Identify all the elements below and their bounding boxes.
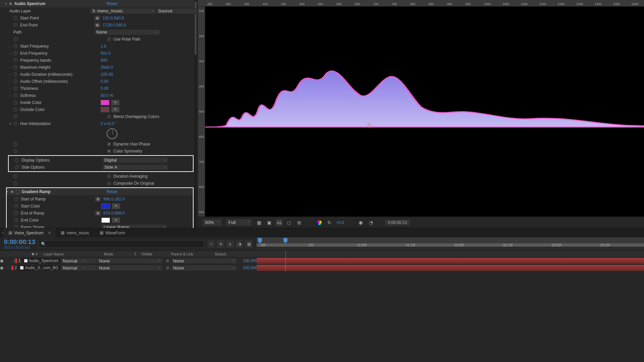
show-snapshot-icon[interactable]: ◔ [368,219,374,226]
start-freq-value[interactable]: 1.0 [101,44,106,49]
stopwatch-icon[interactable] [14,218,18,222]
transparency-grid-icon[interactable]: ▦ [256,219,262,226]
hue-dial[interactable] [107,128,117,139]
time-ruler[interactable]: :00f15f01:00f01:15f02:00f02:15f03:00f03:… [257,237,644,247]
layer-row[interactable]: ◉›1Audio_Spectrum⊘100.0% [0,257,257,264]
roi-icon[interactable]: ▣ [266,219,272,226]
layer-name[interactable]: Audio_S...rum_BG [18,265,60,270]
fx-box-icon[interactable] [16,190,20,194]
work-area-bar[interactable] [257,243,644,247]
comp-tab[interactable]: menu_music [56,228,95,238]
end-color-swatch[interactable] [101,218,110,223]
polar-path-checkbox[interactable] [107,37,111,42]
stopwatch-icon[interactable] [13,101,17,105]
stopwatch-icon[interactable] [13,174,17,178]
display-options-dropdown[interactable] [102,157,168,163]
stretch-value[interactable]: 100.0% [243,265,257,270]
stopwatch-icon[interactable] [13,37,17,41]
outside-color-swatch[interactable] [101,107,109,112]
hue-interp-value[interactable]: 0 x+0.0 ° [101,121,117,126]
toggle-mask-icon[interactable]: ▭ [276,219,282,226]
end-point-x[interactable]: 1728.0 [103,23,115,27]
grid-icon[interactable]: ⊞ [296,219,303,226]
softness-value[interactable]: 50.0 [101,93,113,98]
stopwatch-icon[interactable] [13,149,17,153]
stopwatch-icon[interactable] [13,65,17,69]
resolution-dropdown[interactable] [225,219,252,226]
playhead-line[interactable] [285,251,286,272]
audio-layer-source-dropdown[interactable] [156,8,198,14]
preview-timecode[interactable]: 0:00:00:13 [384,219,411,226]
stopwatch-icon[interactable] [13,44,17,48]
duravg-checkbox[interactable] [107,174,111,179]
stopwatch-icon[interactable] [13,23,17,27]
stopwatch-icon[interactable] [13,122,17,126]
blend-checkbox[interactable] [107,114,111,119]
frame-blend-icon[interactable]: ◑ [236,240,243,248]
stretch-value[interactable]: 100.0% [243,258,257,263]
reset-link[interactable]: Reset [107,1,117,6]
comporig-checkbox[interactable] [107,181,111,186]
draft3d-icon[interactable]: ⧉ [217,240,224,248]
close-tab-icon[interactable]: × [0,231,3,235]
max-height-value[interactable]: 3540.0 [101,65,113,70]
stopwatch-icon[interactable] [14,204,18,208]
stopwatch-icon[interactable] [13,51,17,55]
effect-controls-panel[interactable]: ▾ fx Audio Spectrum Reset Audio Layer St… [0,0,198,228]
stopwatch-icon[interactable] [13,181,17,185]
safe-zones-icon[interactable]: ◻ [286,219,292,226]
shy-icon[interactable]: ⧈ [226,240,234,248]
scrollbar[interactable] [194,0,197,228]
parent-dropdown[interactable] [171,265,237,271]
effect-header-audio-spectrum[interactable]: ▾ fx Audio Spectrum Reset [0,0,198,7]
end-ramp-y[interactable]: 668.0 [114,211,124,216]
motion-blur-icon[interactable]: ▦ [245,240,253,248]
label-column-icon[interactable]: ◆ [30,252,34,256]
stopwatch-icon[interactable] [13,142,17,146]
stopwatch-icon[interactable] [13,58,17,62]
start-point-y[interactable]: 540.0 [114,16,124,20]
comp-tab[interactable]: Voice_Spectrum ≡ [3,228,56,238]
end-ramp-x[interactable]: 974.0 [103,211,113,216]
crosshair-icon[interactable]: ⊕ [94,22,101,28]
stopwatch-icon[interactable] [13,108,17,112]
effect-header-gradient-ramp[interactable]: ▾ fx Gradient Ramp Reset [7,188,193,195]
stopwatch-icon[interactable] [15,165,19,169]
stopwatch-icon[interactable] [15,158,19,162]
exposure-value[interactable]: +0.0 [336,220,344,225]
ramp-shape-dropdown[interactable] [101,224,167,228]
dynamic-hue-checkbox[interactable]: ✓ [107,142,111,146]
crosshair-icon[interactable]: ⊕ [94,15,101,21]
start-color-swatch[interactable] [101,203,110,209]
search-input[interactable]: 🔍 [39,240,204,248]
trkmat-dropdown[interactable] [97,265,163,271]
timeline-timecode[interactable]: 0:00:00:13 [4,238,35,245]
trkmat-dropdown[interactable] [97,258,163,264]
eyedropper-icon[interactable]: ✎ [112,218,120,223]
start-ramp-x[interactable]: 966.0 [103,197,113,201]
crosshair-icon[interactable]: ⊕ [95,196,101,202]
audio-offset-value[interactable]: 0.00 [101,79,108,84]
reset-exposure-icon[interactable]: ↻ [326,219,333,226]
crosshair-icon[interactable]: ⊕ [95,210,101,216]
color-symmetry-checkbox[interactable]: ✓ [107,149,111,154]
layer-track-bar[interactable] [257,258,644,264]
eyedropper-icon[interactable]: ✎ [112,203,120,209]
parent-dropdown[interactable] [171,258,237,264]
stopwatch-icon[interactable] [13,72,17,76]
start-ramp-y[interactable]: 282.0 [114,197,124,201]
reset-link[interactable]: Reset [107,189,117,194]
stopwatch-icon[interactable] [13,79,17,83]
stopwatch-icon[interactable] [13,94,17,98]
pickwhip-icon[interactable]: ⊘ [166,258,169,263]
thickness-value[interactable]: 5.00 [101,86,108,91]
canvas[interactable] [205,7,644,217]
visibility-icon[interactable]: ◉ [0,258,3,263]
stopwatch-icon[interactable] [13,86,17,90]
layer-track-bar[interactable] [257,265,644,271]
eyedropper-icon[interactable]: ✎ [111,107,119,112]
audio-duration-value[interactable]: 100.00 [101,72,113,77]
stopwatch-icon[interactable] [14,225,18,228]
playhead-work-start[interactable] [258,238,262,243]
comp-tab[interactable]: WaveForm [95,228,130,238]
